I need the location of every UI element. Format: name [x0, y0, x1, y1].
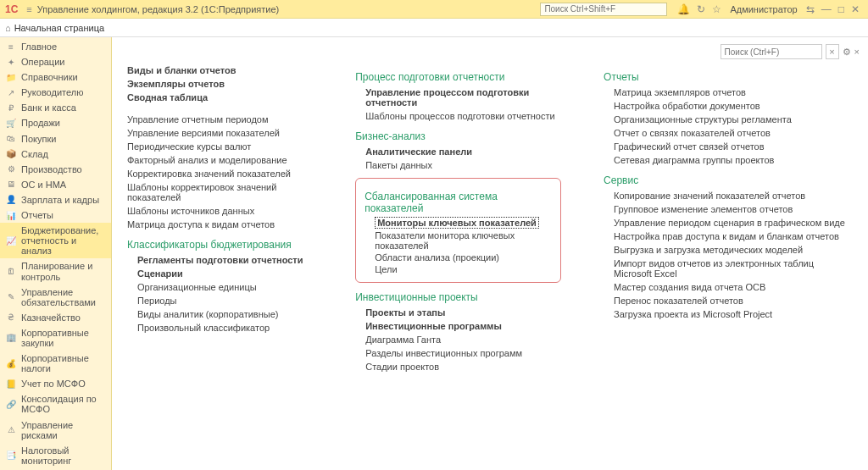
- nav-link[interactable]: Сетевая диаграмма группы проектов: [604, 154, 853, 166]
- nav-link[interactable]: Управление процессом подготовки отчетнос…: [355, 86, 561, 108]
- nav-link[interactable]: Настройка прав доступа к видам и бланкам…: [604, 230, 853, 242]
- sidebar-icon: ✦: [5, 58, 17, 67]
- section-heading[interactable]: Процесс подготовки отчетности: [355, 71, 561, 83]
- nav-link[interactable]: Перенос показателей отчетов: [604, 295, 853, 307]
- nav-link[interactable]: Пакеты данных: [355, 159, 561, 171]
- section-heading[interactable]: Бизнес-анализ: [355, 130, 561, 142]
- minimize-icon[interactable]: —: [821, 3, 832, 15]
- sidebar-item-label: ОС и НМА: [21, 180, 106, 190]
- sidebar-item-9[interactable]: 🖥ОС и НМА: [0, 177, 111, 192]
- sidebar-icon: 💰: [5, 359, 17, 368]
- sidebar-item-13[interactable]: 🗓Планирование и контроль: [0, 258, 111, 284]
- gear-icon[interactable]: ⚙: [843, 47, 851, 58]
- sidebar-item-label: Главное: [21, 41, 106, 52]
- nav-link[interactable]: Выгрузка и загрузка методических моделей: [604, 244, 853, 256]
- nav-link[interactable]: Групповое изменение элементов отчетов: [604, 203, 853, 215]
- home-icon[interactable]: ⌂: [5, 23, 11, 33]
- sidebar-item-20[interactable]: ⚠Управление рисками: [0, 417, 111, 443]
- nav-link[interactable]: Разделы инвестиционных программ: [355, 347, 561, 359]
- nav-link[interactable]: Виды и бланки отчетов: [127, 64, 313, 76]
- section-heading[interactable]: Отчеты: [604, 71, 853, 83]
- nav-link[interactable]: Регламенты подготовки отчетности: [127, 254, 313, 266]
- nav-link[interactable]: Организационные единицы: [127, 281, 313, 293]
- nav-link[interactable]: Проекты и этапы: [355, 307, 561, 318]
- nav-link[interactable]: Загрузка проекта из Microsoft Project: [604, 308, 853, 320]
- nav-link[interactable]: Отчет о связях показателей отчетов: [604, 127, 853, 139]
- close-icon[interactable]: ✕: [851, 3, 860, 15]
- nav-link[interactable]: Графический отчет связей отчетов: [604, 141, 853, 152]
- sidebar-icon: 🏢: [5, 333, 17, 342]
- nav-link[interactable]: Шаблоны корректировок значений показател…: [127, 181, 313, 203]
- nav-link[interactable]: Матрица доступа к видам отчетов: [127, 218, 313, 230]
- nav-link[interactable]: Копирование значений показателей отчетов: [604, 190, 853, 202]
- maximize-icon[interactable]: □: [838, 3, 844, 15]
- bell-icon[interactable]: 🔔: [677, 3, 690, 15]
- sidebar-item-19[interactable]: 🔗Консолидация по МСФО: [0, 391, 111, 417]
- section-heading[interactable]: Классификаторы бюджетирования: [127, 239, 313, 251]
- nav-link[interactable]: Периоды: [127, 295, 313, 307]
- nav-link[interactable]: Настройка обработки документов: [604, 100, 853, 112]
- selected-nav-link[interactable]: Мониторы ключевых показателей: [375, 217, 539, 229]
- nav-link[interactable]: Мастер создания вида отчета ОСВ: [604, 281, 853, 293]
- menu-icon[interactable]: ≡: [26, 4, 31, 14]
- sidebar-item-1[interactable]: ✦Операции: [0, 54, 111, 69]
- nav-link[interactable]: Периодические курсы валют: [127, 141, 313, 152]
- nav-link[interactable]: Сводная таблица: [127, 91, 313, 103]
- content-close-icon[interactable]: ×: [854, 47, 860, 57]
- content-search-input[interactable]: [721, 44, 822, 59]
- sidebar-item-12[interactable]: 📈Бюджетирование, отчетность и анализ: [0, 223, 111, 258]
- sidebar-item-label: Производство: [21, 164, 106, 174]
- nav-link[interactable]: Управление периодом сценария в графическ…: [604, 217, 853, 229]
- star-icon[interactable]: ☆: [712, 3, 721, 15]
- history-icon[interactable]: ↻: [697, 3, 705, 15]
- nav-link[interactable]: Сценарии: [127, 268, 313, 279]
- nav-link[interactable]: Шаблоны источников данных: [127, 205, 313, 217]
- nav-link[interactable]: Стадии проектов: [355, 361, 561, 373]
- nav-link[interactable]: Управление отчетным периодом: [127, 113, 313, 125]
- sidebar-item-16[interactable]: 🏢Корпоративные закупки: [0, 325, 111, 351]
- sidebar-item-3[interactable]: ↗Руководителю: [0, 85, 111, 100]
- nav-link[interactable]: Управление версиями показателей: [127, 127, 313, 139]
- nav-link[interactable]: Произвольный классификатор: [127, 322, 313, 334]
- sidebar-item-15[interactable]: ₴Казначейство: [0, 310, 111, 325]
- section-heading[interactable]: Инвестиционные проекты: [355, 291, 561, 303]
- nav-link[interactable]: Инвестиционные программы: [355, 320, 561, 332]
- nav-link[interactable]: Аналитические панели: [355, 146, 561, 158]
- section-heading[interactable]: Сбалансированная система показателей: [364, 191, 552, 214]
- nav-link[interactable]: Корректировка значений показателей: [127, 168, 313, 180]
- sidebar-item-21[interactable]: 📑Налоговый мониторинг: [0, 443, 111, 468]
- sidebar-icon: ≡: [5, 42, 17, 52]
- nav-link[interactable]: Матрица экземпляров отчетов: [604, 86, 853, 98]
- sidebar-item-4[interactable]: ₽Банк и касса: [0, 100, 111, 115]
- nav-link[interactable]: Шаблоны процессов подготовки отчетности: [355, 110, 561, 122]
- sidebar-item-11[interactable]: 📊Отчеты: [0, 207, 111, 223]
- nav-link[interactable]: Виды аналитик (корпоративные): [127, 308, 313, 320]
- sidebar-item-label: Отчеты: [21, 210, 106, 220]
- sidebar-item-2[interactable]: 📁Справочники: [0, 69, 111, 85]
- customize-icon[interactable]: ⇆: [806, 3, 815, 15]
- nav-link[interactable]: Организационные структуры регламента: [604, 113, 853, 125]
- nav-link[interactable]: Мониторы ключевых показателей: [364, 216, 552, 229]
- sidebar-item-18[interactable]: 📒Учет по МСФО: [0, 376, 111, 391]
- global-search-input[interactable]: [540, 3, 667, 16]
- sidebar-item-7[interactable]: 📦Склад: [0, 147, 111, 162]
- nav-link[interactable]: Цели: [364, 263, 552, 275]
- nav-link[interactable]: Факторный анализ и моделирование: [127, 154, 313, 166]
- sidebar-item-6[interactable]: 🛍Покупки: [0, 131, 111, 147]
- nav-link[interactable]: Показатели монитора ключевых показателей: [364, 229, 552, 252]
- content-search-clear-icon[interactable]: ×: [826, 44, 839, 59]
- tab-home[interactable]: Начальная страница: [14, 23, 104, 33]
- sidebar-item-0[interactable]: ≡Главное: [0, 39, 111, 54]
- column-3: ОтчетыМатрица экземпляров отчетовНастрой…: [604, 64, 853, 373]
- section-heading[interactable]: Сервис: [604, 174, 853, 186]
- sidebar-item-14[interactable]: ✎Управление обязательствами: [0, 285, 111, 310]
- nav-link[interactable]: Диаграмма Ганта: [355, 334, 561, 346]
- sidebar-item-17[interactable]: 💰Корпоративные налоги: [0, 351, 111, 376]
- user-label[interactable]: Администратор: [730, 4, 797, 14]
- nav-link[interactable]: Импорт видов отчетов из электронных табл…: [604, 257, 853, 279]
- sidebar-item-10[interactable]: 👤Зарплата и кадры: [0, 192, 111, 207]
- sidebar-item-5[interactable]: 🛒Продажи: [0, 115, 111, 130]
- nav-link[interactable]: Экземпляры отчетов: [127, 78, 313, 90]
- nav-link[interactable]: Области анализа (проекции): [364, 252, 552, 263]
- sidebar-item-8[interactable]: ⚙Производство: [0, 162, 111, 177]
